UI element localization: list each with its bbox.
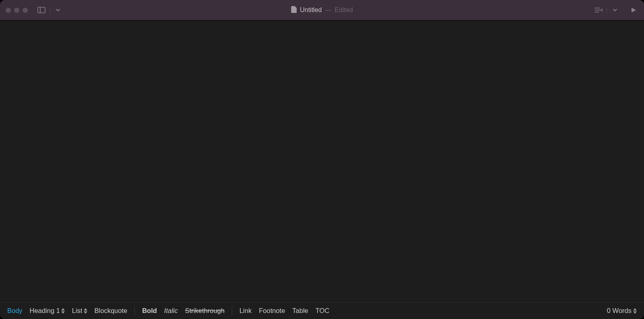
svg-marker-7 [61, 311, 65, 314]
toc-label: TOC [316, 307, 330, 315]
bold-button[interactable]: Bold [142, 307, 157, 315]
style-heading-label: Heading 1 [30, 307, 60, 315]
document-status: Edited [334, 6, 353, 14]
window-controls [6, 8, 28, 13]
strikethrough-label: Strikethrough [185, 307, 225, 315]
stepper-icon [84, 308, 87, 314]
chevron-down-icon [56, 8, 60, 12]
separator [50, 6, 50, 14]
title-dash: — [325, 6, 331, 14]
toc-button[interactable]: TOC [316, 307, 330, 315]
style-list-label: List [72, 307, 83, 315]
svg-marker-8 [84, 308, 87, 311]
table-button[interactable]: Table [292, 307, 308, 315]
chevron-down-icon [613, 8, 617, 12]
word-count-button[interactable]: 0 Words [607, 307, 637, 315]
outline-button[interactable] [594, 5, 603, 15]
play-icon [631, 7, 636, 13]
svg-rect-0 [38, 7, 45, 13]
style-body-button[interactable]: Body [7, 307, 23, 315]
document-title: Untitled [300, 6, 322, 14]
table-label: Table [292, 307, 308, 315]
stepper-icon [633, 308, 637, 314]
style-blockquote-label: Blockquote [95, 307, 128, 315]
titlebar: Untitled — Edited [0, 0, 644, 20]
svg-marker-10 [633, 308, 637, 311]
style-body-label: Body [7, 307, 23, 315]
format-toolbar: Body Heading 1 List Blockquote [0, 302, 644, 319]
svg-marker-11 [633, 311, 637, 314]
strikethrough-button[interactable]: Strikethrough [185, 307, 225, 315]
bold-label: Bold [142, 307, 157, 315]
footnote-label: Footnote [259, 307, 285, 315]
sidebar-dropdown-button[interactable] [53, 5, 63, 15]
titlebar-right-controls [594, 5, 638, 15]
block-style-group: Body Heading 1 List Blockquote [7, 307, 127, 315]
svg-marker-5 [632, 8, 636, 12]
outline-icon [594, 7, 603, 13]
separator [607, 6, 607, 14]
sidebar-icon [37, 7, 45, 13]
inline-style-group: Bold Italic Strikethrough [142, 307, 225, 315]
svg-marker-6 [61, 308, 65, 311]
close-window-button[interactable] [6, 8, 11, 13]
editor-canvas[interactable] [0, 20, 644, 302]
sidebar-toggle-button[interactable] [37, 5, 46, 15]
stepper-icon [61, 308, 65, 314]
link-label: Link [239, 307, 252, 315]
app-window: Untitled — Edited [0, 0, 644, 319]
italic-label: Italic [164, 307, 178, 315]
zoom-window-button[interactable] [23, 8, 28, 13]
link-button[interactable]: Link [239, 307, 252, 315]
word-count-label: 0 Words [607, 307, 632, 315]
style-blockquote-button[interactable]: Blockquote [95, 307, 128, 315]
italic-button[interactable]: Italic [164, 307, 178, 315]
style-heading-button[interactable]: Heading 1 [30, 307, 65, 315]
svg-marker-9 [84, 311, 87, 314]
footnote-button[interactable]: Footnote [259, 307, 285, 315]
minimize-window-button[interactable] [14, 8, 19, 13]
document-icon [291, 6, 297, 14]
outline-dropdown-button[interactable] [610, 5, 620, 15]
insert-group: Link Footnote Table TOC [239, 307, 329, 315]
titlebar-left-controls [37, 5, 63, 15]
separator [232, 307, 232, 315]
play-button[interactable] [629, 5, 638, 15]
style-list-button[interactable]: List [72, 307, 87, 315]
separator [134, 307, 135, 315]
title-area[interactable]: Untitled — Edited [291, 6, 353, 14]
